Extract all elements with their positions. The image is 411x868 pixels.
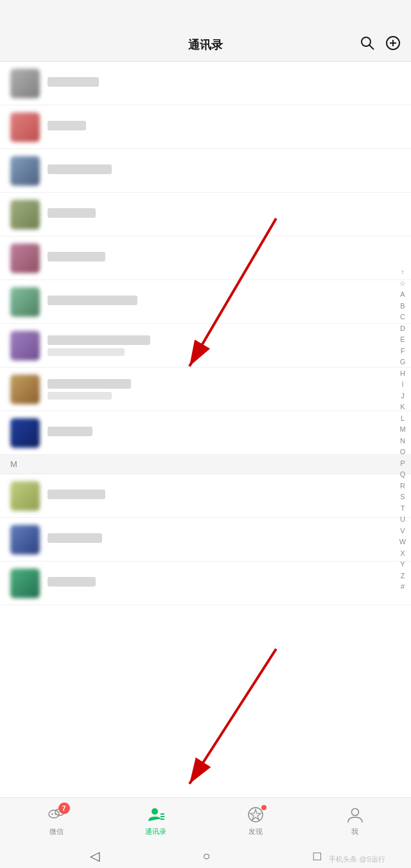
nav-item-contacts[interactable]: 通讯录 xyxy=(137,805,175,837)
contact-item[interactable] xyxy=(0,324,411,368)
contact-item[interactable] xyxy=(0,193,411,236)
nav-item-me[interactable]: 我 xyxy=(336,805,374,837)
svg-point-9 xyxy=(49,810,59,818)
alpha-Q[interactable]: Q xyxy=(396,469,409,480)
contact-avatar xyxy=(10,156,40,186)
contact-name xyxy=(48,577,96,587)
nav-items: 7 微信 通讯录 xyxy=(0,798,411,843)
contact-item[interactable] xyxy=(0,280,411,324)
section-header-m: M xyxy=(0,455,411,474)
contact-item[interactable] xyxy=(0,105,411,149)
contact-item[interactable] xyxy=(0,368,411,411)
alpha-top[interactable]: ↑ xyxy=(396,267,409,278)
weixin-badge: 7 xyxy=(58,802,70,814)
alpha-I[interactable]: I xyxy=(396,379,409,390)
home-button[interactable]: ○ xyxy=(202,849,210,864)
contacts-icon xyxy=(147,806,165,824)
contact-info xyxy=(48,427,401,439)
contact-info xyxy=(48,335,401,356)
status-bar xyxy=(0,0,411,28)
alpha-hash[interactable]: # xyxy=(396,581,409,592)
contact-item[interactable] xyxy=(0,518,411,562)
add-icon[interactable] xyxy=(385,35,401,55)
contact-avatar xyxy=(10,287,40,317)
nav-item-discover[interactable]: 发现 xyxy=(236,805,275,837)
contact-info xyxy=(48,577,401,589)
alpha-M[interactable]: M xyxy=(396,424,409,435)
contact-name xyxy=(48,77,99,87)
alpha-P[interactable]: P xyxy=(396,458,409,469)
contact-name xyxy=(48,533,102,543)
contact-sub xyxy=(48,392,112,400)
alpha-O[interactable]: O xyxy=(396,447,409,457)
contact-name xyxy=(48,379,131,389)
back-button[interactable]: ◁ xyxy=(90,848,100,864)
alpha-U[interactable]: U xyxy=(396,514,409,525)
svg-point-15 xyxy=(152,808,158,815)
alpha-J[interactable]: J xyxy=(396,391,409,402)
svg-point-21 xyxy=(351,808,358,815)
alpha-D[interactable]: D xyxy=(396,323,409,334)
nav-item-weixin[interactable]: 7 微信 xyxy=(37,805,76,837)
svg-point-10 xyxy=(51,813,53,814)
page-title: 通讯录 xyxy=(188,37,223,53)
contact-name xyxy=(48,252,105,261)
contact-name xyxy=(48,296,137,305)
alpha-star[interactable]: ☆ xyxy=(396,278,409,289)
contact-item[interactable] xyxy=(0,474,411,518)
contact-avatar xyxy=(10,418,40,448)
contact-info xyxy=(48,77,401,89)
contact-item[interactable] xyxy=(0,411,411,455)
alpha-N[interactable]: N xyxy=(396,436,409,447)
contact-info xyxy=(48,164,401,177)
alpha-E[interactable]: E xyxy=(396,334,409,345)
alpha-G[interactable]: G xyxy=(396,357,409,368)
alphabet-index[interactable]: ↑ ☆ A B C D E F G H I J K L M N O P Q R … xyxy=(394,62,411,797)
contact-info xyxy=(48,121,401,133)
me-label: 我 xyxy=(351,827,358,837)
contact-item[interactable] xyxy=(0,562,411,605)
contact-name xyxy=(48,208,96,218)
svg-marker-20 xyxy=(250,810,261,820)
alpha-Z[interactable]: Z xyxy=(396,571,409,581)
svg-point-0 xyxy=(362,37,371,46)
contact-info xyxy=(48,296,401,308)
me-icon-wrap xyxy=(345,805,365,824)
contact-avatar xyxy=(10,481,40,511)
contacts-icon-wrap xyxy=(146,805,166,824)
alpha-R[interactable]: R xyxy=(396,481,409,492)
alpha-W[interactable]: W xyxy=(396,536,409,547)
weixin-label: 微信 xyxy=(49,827,64,837)
svg-line-1 xyxy=(369,45,374,49)
alpha-A[interactable]: A xyxy=(396,289,409,300)
contacts-label: 通讯录 xyxy=(145,827,166,837)
me-icon xyxy=(346,806,364,824)
contact-item[interactable] xyxy=(0,236,411,280)
alpha-S[interactable]: S xyxy=(396,492,409,502)
contact-item[interactable] xyxy=(0,149,411,193)
alpha-K[interactable]: K xyxy=(396,402,409,412)
discover-label: 发现 xyxy=(249,827,263,837)
contact-list-area: M ↑ ☆ A B C D E F G H I J K L M N O xyxy=(0,62,411,797)
recents-button[interactable]: □ xyxy=(313,849,321,864)
alpha-X[interactable]: X xyxy=(396,548,409,559)
contact-avatar xyxy=(10,331,40,360)
alpha-L[interactable]: L xyxy=(396,413,409,424)
contact-info xyxy=(48,533,401,545)
alpha-C[interactable]: C xyxy=(396,312,409,323)
alpha-B[interactable]: B xyxy=(396,301,409,312)
contact-name xyxy=(48,335,150,345)
contact-item[interactable] xyxy=(0,62,411,105)
contact-avatar xyxy=(10,69,40,98)
alpha-F[interactable]: F xyxy=(396,346,409,357)
contact-avatar xyxy=(10,569,40,598)
search-icon[interactable] xyxy=(360,35,375,55)
header: 通讯录 xyxy=(0,28,411,62)
alpha-Y[interactable]: Y xyxy=(396,559,409,570)
alpha-T[interactable]: T xyxy=(396,503,409,514)
alpha-V[interactable]: V xyxy=(396,526,409,536)
contact-sub xyxy=(48,348,125,356)
alpha-H[interactable]: H xyxy=(396,368,409,379)
contact-avatar xyxy=(10,112,40,142)
contact-avatar xyxy=(10,244,40,273)
